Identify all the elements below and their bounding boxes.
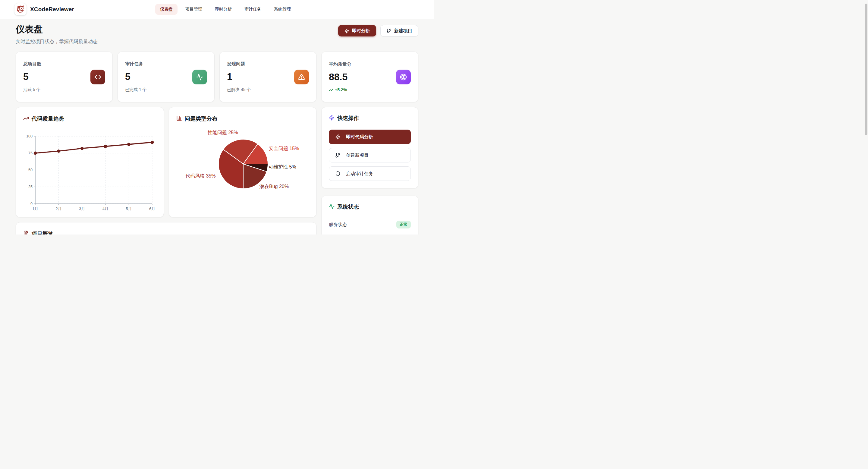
- system-status-rows: 服务状态正常API响应45ms: [329, 221, 411, 234]
- quick-action-2[interactable]: 创建新项目: [329, 148, 411, 162]
- svg-text:100: 100: [26, 134, 33, 138]
- svg-text:50: 50: [28, 168, 33, 172]
- page-header: 仪表盘 实时监控项目状态，掌握代码质量动态 即时分析新建项目: [16, 23, 418, 45]
- issue-distribution-card: 问题类型分布 性能问题 25%安全问题 15%可维护性 5%潜在Bug 20%代…: [169, 107, 316, 217]
- stat-icon-tile: [396, 70, 411, 84]
- new-project-button[interactable]: 新建项目: [380, 25, 418, 36]
- stat-label: 发现问题: [227, 61, 251, 67]
- file-text-icon: [23, 230, 29, 235]
- nav-item-2[interactable]: 项目管理: [181, 4, 207, 15]
- pie-label-2: 安全问题 15%: [269, 146, 299, 152]
- pie-label-3: 可维护性 5%: [269, 164, 296, 170]
- stat-icon-tile: [192, 70, 207, 84]
- stat-texts: 总项目数5活跃 5 个: [23, 61, 41, 93]
- svg-text:1月: 1月: [32, 207, 38, 211]
- stat-label: 平均质量分: [329, 61, 351, 67]
- system-status-title-row: 系统状态: [329, 203, 411, 210]
- quick-actions-title-row: 快速操作: [329, 115, 411, 122]
- stat-sub: 已完成 1 个: [125, 87, 147, 93]
- code-icon: [94, 73, 101, 81]
- stat-card-3: 发现问题1已解决 45 个: [219, 52, 316, 102]
- nav-item-5[interactable]: 系统管理: [269, 4, 296, 15]
- system-status-card: 系统状态 服务状态正常API响应45ms: [321, 196, 418, 234]
- git-branch-icon: [386, 28, 392, 33]
- pie-label-5: 代码风格 35%: [185, 173, 216, 179]
- right-sidebar: 快速操作 即时代码分析创建新项目启动审计任务 系统状态 服务状态正常API响应4…: [321, 107, 418, 234]
- quick-actions-list: 即时代码分析创建新项目启动审计任务: [329, 130, 411, 181]
- quality-trend-title: 代码质量趋势: [32, 115, 64, 122]
- pie-label-1: 性能问题 25%: [208, 130, 238, 136]
- quality-trend-line-chart: 02550751001月2月3月4月5月6月: [23, 133, 156, 213]
- stat-label: 审计任务: [125, 61, 147, 67]
- trending-up-icon: [23, 116, 29, 122]
- svg-text:6月: 6月: [149, 207, 155, 211]
- quick-actions-card: 快速操作 即时代码分析创建新项目启动审计任务: [321, 107, 418, 188]
- status-badge: 正常: [396, 221, 411, 228]
- stat-value: 88.5: [329, 71, 351, 83]
- stat-value: 5: [125, 71, 147, 82]
- activity-icon: [329, 204, 335, 209]
- zap-icon: [329, 115, 335, 122]
- nav-item-4[interactable]: 审计任务: [240, 4, 266, 15]
- zap-icon: [344, 28, 349, 33]
- project-overview-title: 项目概览: [32, 230, 53, 234]
- file-text-icon: [23, 230, 29, 235]
- stat-label: 总项目数: [23, 61, 41, 67]
- svg-text:0: 0: [30, 201, 33, 206]
- nav-item-3[interactable]: 即时分析: [210, 4, 237, 15]
- git-branch-icon: [335, 153, 341, 158]
- app-logo-icon: [14, 3, 27, 15]
- target-icon: [400, 73, 407, 81]
- bar-chart-icon: [176, 116, 182, 122]
- stat-card-4: 平均质量分88.5+5.2%: [321, 52, 418, 102]
- instant-analysis-button[interactable]: 即时分析: [338, 25, 376, 36]
- phoenix-logo-glyph: [16, 5, 25, 14]
- svg-text:4月: 4月: [102, 207, 108, 211]
- quality-trend-title-row: 代码质量趋势: [23, 115, 156, 122]
- stat-sub: 活跃 5 个: [23, 87, 41, 93]
- brand[interactable]: XCodeReviewer: [14, 3, 74, 15]
- stat-texts: 发现问题1已解决 45 个: [227, 61, 251, 93]
- stat-value: 1: [227, 71, 251, 82]
- trending-up-icon: [23, 116, 29, 121]
- svg-text:75: 75: [28, 151, 33, 155]
- system-status-title: 系统状态: [337, 203, 359, 210]
- app-header: XCodeReviewer 仪表盘项目管理即时分析审计任务系统管理: [0, 0, 434, 19]
- activity-icon: [329, 204, 335, 210]
- stat-card-2: 审计任务5已完成 1 个: [118, 52, 215, 102]
- nav-item-1[interactable]: 仪表盘: [155, 4, 178, 15]
- stat-sub: 已解决 45 个: [227, 87, 251, 93]
- page-subtitle: 实时监控项目状态，掌握代码质量动态: [16, 39, 98, 45]
- stat-texts: 审计任务5已完成 1 个: [125, 61, 147, 93]
- quick-action-1[interactable]: 即时代码分析: [329, 130, 411, 144]
- issue-distribution-pie-chart: 性能问题 25%安全问题 15%可维护性 5%潜在Bug 20%代码风格 35%: [176, 125, 309, 201]
- svg-text:5月: 5月: [126, 207, 132, 211]
- stat-card-1: 总项目数5活跃 5 个: [16, 52, 113, 102]
- project-overview-title-row: 项目概览: [23, 230, 309, 234]
- project-overview-card: 项目概览: [16, 222, 316, 234]
- header-actions: 即时分析新建项目: [338, 25, 418, 36]
- pie-label-4: 潜在Bug 20%: [259, 184, 289, 190]
- activity-icon: [196, 73, 203, 81]
- status-label: 服务状态: [329, 222, 347, 227]
- stat-cards: 总项目数5活跃 5 个审计任务5已完成 1 个发现问题1已解决 45 个平均质量…: [16, 52, 418, 102]
- issue-distribution-title-row: 问题类型分布: [176, 115, 309, 122]
- quick-action-3[interactable]: 启动审计任务: [329, 166, 411, 181]
- line-chart-svg: 02550751001月2月3月4月5月6月: [23, 133, 156, 212]
- zap-icon: [329, 115, 335, 121]
- quality-trend-card: 代码质量趋势 02550751001月2月3月4月5月6月: [16, 107, 164, 217]
- stat-texts: 平均质量分88.5+5.2%: [329, 61, 351, 92]
- dashboard-grid: 代码质量趋势 02550751001月2月3月4月5月6月 问题类型分布 性能问…: [16, 107, 418, 234]
- brand-name: XCodeReviewer: [30, 6, 74, 13]
- stat-icon-tile: [294, 70, 309, 84]
- svg-text:25: 25: [28, 185, 33, 189]
- status-row-1: 服务状态正常: [329, 221, 411, 228]
- stat-icon-tile: [90, 70, 105, 84]
- svg-text:3月: 3月: [79, 207, 85, 211]
- zap-icon: [335, 134, 341, 139]
- svg-text:2月: 2月: [56, 207, 61, 211]
- pie-chart-svg: [176, 125, 310, 201]
- issue-distribution-title: 问题类型分布: [185, 115, 217, 122]
- bar-chart-icon: [176, 116, 182, 121]
- trending-up-icon: [329, 88, 333, 92]
